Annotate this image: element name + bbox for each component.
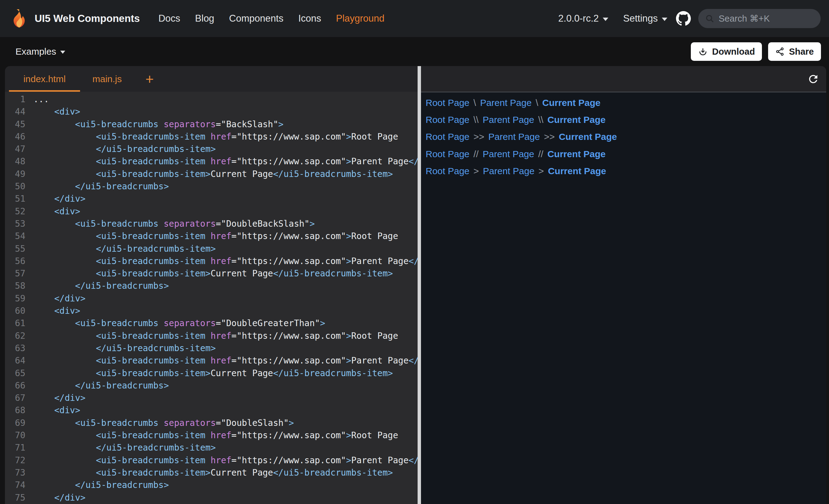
refresh-icon[interactable] — [807, 73, 820, 85]
code-segment: Current Page — [211, 468, 273, 478]
share-button[interactable]: Share — [768, 42, 821, 61]
preview-toolbar — [421, 66, 826, 92]
code-segment: href — [211, 131, 231, 142]
breadcrumb-link[interactable]: Parent Page — [489, 131, 540, 142]
line-number: 73 — [5, 467, 25, 479]
code-line[interactable]: 52 <div> — [5, 205, 418, 218]
nav-item-docs[interactable]: Docs — [158, 13, 180, 24]
code-line[interactable]: 67 </div> — [5, 392, 418, 404]
code-line[interactable]: 47 </ui5-breadcrumbs-item> — [5, 143, 418, 155]
pane-resize-divider[interactable] — [418, 66, 421, 504]
code-line[interactable]: 71 </ui5-breadcrumbs-item> — [5, 441, 418, 454]
breadcrumbs-example: Root Page\Parent Page\Current Page — [426, 94, 826, 111]
code-line[interactable]: 45 <ui5-breadcrumbs separators="BackSlas… — [5, 118, 418, 131]
code-segment: ="https://www.sap.com" — [231, 430, 346, 440]
code-segment: <div> — [54, 306, 80, 316]
code-text: <div> — [25, 106, 80, 118]
breadcrumbs-example: Root Page>Parent Page>Current Page — [426, 163, 826, 180]
code-line[interactable]: 48 <ui5-breadcrumbs-item href="https://w… — [5, 155, 418, 168]
code-segment: ="https://www.sap.com" — [231, 231, 346, 241]
code-text: <ui5-breadcrumbs separators="DoubleGreat… — [25, 317, 325, 329]
code-segment: ="https://www.sap.com" — [231, 156, 346, 166]
breadcrumb-link[interactable]: Root Page — [426, 115, 470, 125]
code-text: </div> — [25, 293, 85, 305]
code-line[interactable]: 46 <ui5-breadcrumbs-item href="https://w… — [5, 131, 418, 143]
code-text: <ui5-breadcrumbs-item href="https://www.… — [25, 131, 398, 143]
line-number: 64 — [5, 354, 25, 367]
breadcrumbs-example: Root Page>>Parent Page>>Current Page — [426, 128, 826, 146]
code-line[interactable]: 73 <ui5-breadcrumbs-item>Current Page</u… — [5, 467, 418, 479]
code-segment: ="BackSlash" — [216, 119, 278, 129]
code-line[interactable]: 57 <ui5-breadcrumbs-item>Current Page</u… — [5, 267, 418, 280]
code-line[interactable]: 1... — [5, 93, 418, 106]
code-line[interactable]: 44 <div> — [5, 106, 418, 118]
code-segment: Parent Page — [351, 256, 408, 266]
line-number: 49 — [5, 168, 25, 180]
code-line[interactable]: 55 </ui5-breadcrumbs-item> — [5, 243, 418, 255]
breadcrumb-link[interactable]: Root Page — [426, 98, 470, 108]
code-line[interactable]: 70 <ui5-breadcrumbs-item href="https://w… — [5, 429, 418, 441]
tab-index.html[interactable]: index.html — [9, 66, 80, 92]
ui5-logo-icon[interactable] — [9, 9, 29, 29]
code-line[interactable]: 63 </ui5-breadcrumbs-item> — [5, 342, 418, 354]
breadcrumb-link[interactable]: Root Page — [426, 131, 470, 142]
code-line[interactable]: 56 <ui5-breadcrumbs-item href="https://w… — [5, 255, 418, 267]
code-line[interactable]: 54 <ui5-breadcrumbs-item href="https://w… — [5, 230, 418, 242]
code-text: <ui5-breadcrumbs-item href="https://www.… — [25, 454, 418, 467]
code-text: <ui5-breadcrumbs-item href="https://www.… — [25, 255, 418, 267]
code-line[interactable]: 50 </ui5-breadcrumbs> — [5, 180, 418, 193]
breadcrumb-link[interactable]: Root Page — [426, 166, 470, 176]
code-segment: > — [346, 355, 351, 366]
code-line[interactable]: 58 </ui5-breadcrumbs> — [5, 280, 418, 292]
code-line[interactable]: 53 <ui5-breadcrumbs separators="DoubleBa… — [5, 218, 418, 230]
examples-dropdown[interactable]: Examples — [15, 46, 65, 57]
code-line[interactable]: 66 </ui5-breadcrumbs> — [5, 380, 418, 392]
code-text: </ui5-breadcrumbs> — [25, 280, 169, 292]
code-line[interactable]: 72 <ui5-breadcrumbs-item href="https://w… — [5, 454, 418, 467]
nav-item-blog[interactable]: Blog — [195, 13, 214, 24]
code-text: <ui5-breadcrumbs separators="BackSlash"> — [25, 118, 283, 131]
code-line[interactable]: 69 <ui5-breadcrumbs separators="DoubleSl… — [5, 417, 418, 429]
code-line[interactable]: 74 </ui5-breadcrumbs> — [5, 479, 418, 491]
breadcrumb-link[interactable]: Root Page — [426, 149, 470, 159]
code-line[interactable]: 64 <ui5-breadcrumbs-item href="https://w… — [5, 354, 418, 367]
code-text: ... — [25, 93, 49, 106]
code-segment: <ui5-breadcrumbs-item — [96, 256, 211, 266]
breadcrumb-link[interactable]: Parent Page — [480, 98, 532, 108]
code-segment: separators — [164, 418, 216, 428]
tab-main.js[interactable]: main.js — [80, 66, 134, 92]
code-line[interactable]: 51 </div> — [5, 193, 418, 205]
code-line[interactable]: 61 <ui5-breadcrumbs separators="DoubleGr… — [5, 317, 418, 329]
search-placeholder: Search ⌘+K — [719, 13, 770, 24]
code-segment: </ui5-breadcrumbs> — [75, 480, 169, 490]
code-segment: > — [289, 418, 294, 428]
download-button[interactable]: Download — [691, 42, 762, 61]
search-input[interactable]: Search ⌘+K — [698, 9, 821, 28]
breadcrumb-link[interactable]: Parent Page — [482, 115, 534, 125]
code-line[interactable]: 59 </div> — [5, 293, 418, 305]
line-number: 47 — [5, 143, 25, 155]
code-segment: <ui5-breadcrumbs-item — [96, 455, 211, 465]
breadcrumb-link[interactable]: Parent Page — [482, 149, 534, 159]
code-line[interactable]: 65 <ui5-breadcrumbs-item>Current Page</u… — [5, 367, 418, 380]
code-line[interactable]: 62 <ui5-breadcrumbs-item href="https://w… — [5, 330, 418, 342]
code-line[interactable]: 60 <div> — [5, 305, 418, 317]
breadcrumb-link[interactable]: Parent Page — [483, 166, 534, 176]
code-segment — [33, 405, 54, 415]
nav-item-playground[interactable]: Playground — [336, 13, 385, 24]
code-area[interactable]: 1...44 <div>45 <ui5-breadcrumbs separato… — [5, 92, 418, 504]
brand-title[interactable]: UI5 Web Components — [35, 13, 140, 25]
code-segment — [33, 381, 75, 391]
add-tab-button[interactable]: + — [140, 66, 159, 92]
nav-item-components[interactable]: Components — [229, 13, 283, 24]
line-number: 65 — [5, 367, 25, 380]
code-line[interactable]: 68 <div> — [5, 404, 418, 417]
code-segment — [33, 156, 96, 166]
code-segment: <ui5-breadcrumbs-item — [96, 231, 211, 241]
code-line[interactable]: 75 </div> — [5, 492, 418, 504]
code-line[interactable]: 49 <ui5-breadcrumbs-item>Current Page</u… — [5, 168, 418, 180]
version-dropdown[interactable]: 2.0.0-rc.2 — [558, 13, 608, 24]
nav-item-icons[interactable]: Icons — [298, 13, 321, 24]
settings-dropdown[interactable]: Settings — [623, 13, 668, 24]
github-icon[interactable] — [676, 11, 691, 26]
